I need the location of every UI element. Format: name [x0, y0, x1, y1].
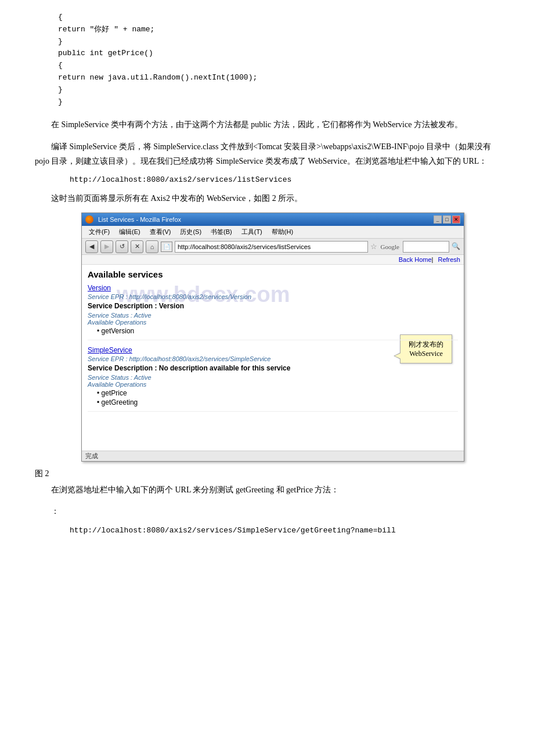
- reload-button[interactable]: ↺: [116, 240, 128, 253]
- menu-edit[interactable]: 编辑(E): [114, 226, 145, 237]
- search-input[interactable]: [403, 241, 449, 253]
- paragraph-3: 这时当前页面将显示所有在 Axis2 中发布的 WebService，如图 2 …: [35, 191, 499, 206]
- page-icon: 📄: [161, 242, 172, 252]
- service-simple-status: Service Status : Active: [88, 374, 458, 381]
- menu-help[interactable]: 帮助(H): [267, 226, 298, 237]
- minimize-button[interactable]: _: [434, 215, 442, 224]
- service-version-epr: Service EPR : http://localhost:8080/axis…: [88, 293, 458, 300]
- service-simple-op-2: getGreeting: [97, 398, 458, 406]
- search-icon[interactable]: 🔍: [452, 242, 460, 251]
- service-version-description: Service Description : Version: [88, 302, 458, 310]
- toolbar-separator: |: [432, 256, 434, 263]
- browser-toolbar: ◀ ▶ ↺ ✕ ⌂ 📄 ☆ Google 🔍: [82, 239, 464, 255]
- google-label: Google: [381, 243, 399, 250]
- service-simple-link[interactable]: SimpleService: [88, 346, 458, 354]
- browser-title: List Services - Mozilla Firefox: [98, 216, 181, 223]
- bookmark-star-icon[interactable]: ☆: [370, 242, 377, 251]
- url-1: http://localhost:8080/axis2/services/lis…: [70, 175, 499, 184]
- service-simple-epr: Service EPR : http://localhost:8080/axis…: [88, 355, 458, 362]
- service-version-ops: Available Operations: [88, 319, 458, 326]
- service-version-op-1: getVersion: [97, 327, 458, 335]
- browser-statusbar: 完成: [82, 451, 464, 461]
- url-2: http://localhost:8080/axis2/services/Sim…: [70, 526, 499, 535]
- service-simple-ops: Available Operations: [88, 381, 458, 388]
- back-home-link[interactable]: Back Home: [399, 256, 432, 263]
- paragraph-1: 在 SimpleService 类中有两个方法，由于这两个方法都是 public…: [35, 117, 499, 132]
- code-line-1: {: [58, 12, 499, 24]
- service-simple-section: SimpleService Service EPR : http://local…: [88, 346, 458, 412]
- address-bar[interactable]: [175, 241, 368, 253]
- browser-content-inner: Available services Version Service EPR :…: [88, 269, 458, 412]
- paragraph-4-colon: ：: [35, 504, 499, 519]
- code-line-2: return "你好 " + name;: [58, 24, 499, 36]
- code-line-3: }: [58, 36, 499, 48]
- back-button[interactable]: ◀: [85, 240, 98, 253]
- service-version-link[interactable]: Version: [88, 284, 458, 292]
- menu-bookmarks[interactable]: 书签(B): [206, 226, 237, 237]
- code-block: { return "你好 " + name; } public int getP…: [58, 12, 499, 108]
- menu-file[interactable]: 文件(F): [84, 226, 114, 237]
- code-line-8: }: [58, 96, 499, 109]
- paragraph-2: 编译 SimpleService 类后，将 SimpleService.clas…: [35, 139, 499, 168]
- paragraph-4: 在浏览器地址栏中输入如下的两个 URL 来分别测试 getGreeting 和 …: [35, 483, 499, 497]
- menu-tools[interactable]: 工具(T): [237, 226, 267, 237]
- forward-button[interactable]: ▶: [100, 240, 113, 253]
- code-line-7: }: [58, 84, 499, 96]
- browser-content: www.bdocx.com Available services Version…: [82, 265, 464, 451]
- service-simple-description: Service Description : No description ava…: [88, 364, 458, 372]
- service-version-section: Version Service EPR : http://localhost:8…: [88, 284, 458, 340]
- browser-content-toolbar: Back Home | Refresh: [82, 255, 464, 265]
- menu-view[interactable]: 查看(V): [145, 226, 176, 237]
- menu-history[interactable]: 历史(S): [175, 226, 206, 237]
- firefox-icon: [85, 215, 93, 224]
- code-line-5: {: [58, 60, 499, 72]
- close-button[interactable]: ✕: [452, 215, 460, 224]
- window-controls: _ □ ✕: [434, 215, 460, 224]
- home-button[interactable]: ⌂: [146, 240, 158, 253]
- browser-menubar: 文件(F) 编辑(E) 查看(V) 历史(S) 书签(B) 工具(T) 帮助(H…: [82, 226, 464, 239]
- service-version-status: Service Status : Active: [88, 312, 458, 319]
- service-simple-op-1: getPrice: [97, 389, 458, 397]
- stop-button[interactable]: ✕: [131, 240, 143, 253]
- page-icon-symbol: 📄: [164, 244, 170, 250]
- figure-label: 图 2: [35, 469, 499, 479]
- available-services-title: Available services: [88, 269, 458, 279]
- code-line-4: public int getPrice(): [58, 48, 499, 60]
- refresh-link[interactable]: Refresh: [438, 256, 460, 263]
- browser-titlebar: List Services - Mozilla Firefox _ □ ✕: [82, 213, 464, 226]
- maximize-button[interactable]: □: [443, 215, 451, 224]
- code-line-6: return new java.util.Random().nextInt(10…: [58, 72, 499, 84]
- browser-window: List Services - Mozilla Firefox _ □ ✕ 文件…: [81, 213, 464, 462]
